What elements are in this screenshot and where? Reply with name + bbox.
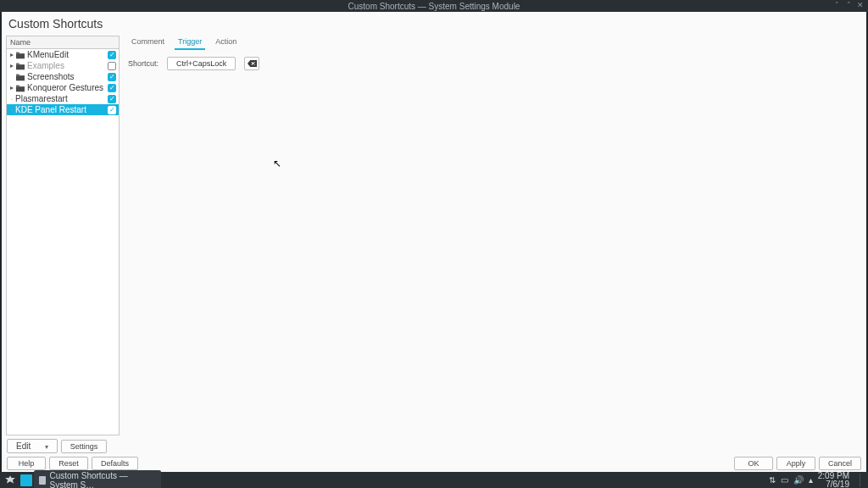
folder-icon <box>15 84 25 92</box>
tree-row-checkbox[interactable] <box>107 94 117 104</box>
minimize-icon[interactable]: ˅ <box>832 1 841 9</box>
reset-button[interactable]: Reset <box>49 457 88 470</box>
tree-row[interactable]: ·Plasmarestart <box>7 93 119 104</box>
tree-row-checkbox[interactable] <box>107 50 117 60</box>
expand-icon[interactable]: ▸ <box>8 51 15 58</box>
shortcut-label: Shortcut: <box>128 59 159 68</box>
clear-shortcut-button[interactable] <box>244 57 259 70</box>
show-desktop-button[interactable] <box>860 474 865 487</box>
folder-icon <box>15 73 25 81</box>
mouse-cursor: ↖ <box>273 158 281 169</box>
edit-button[interactable]: Edit ▾ <box>7 439 58 453</box>
tree-row[interactable]: Screenshots <box>7 71 119 82</box>
tree-row-label: KDE Panel Restart <box>15 105 107 114</box>
chevron-down-icon: ▾ <box>45 443 48 451</box>
task-app-icon <box>39 476 46 485</box>
folder-icon <box>15 51 25 59</box>
clock[interactable]: 2:09 PM 7/6/19 <box>818 472 851 489</box>
tab-action[interactable]: Action <box>212 36 240 50</box>
window-title: Custom Shortcuts — System Settings Modul… <box>348 2 520 11</box>
tree-row-label: KMenuEdit <box>27 50 107 59</box>
tree-row-label: Konqueror Gestures <box>27 83 107 92</box>
settings-window: Custom Shortcuts Name ▸KMenuEdit▸Example… <box>2 12 866 472</box>
shortcut-field-row: Shortcut: Ctrl+CapsLock <box>128 57 860 70</box>
tree-row-label: Screenshots <box>27 72 107 81</box>
tabs: CommentTriggerAction <box>128 36 860 50</box>
tree-row-checkbox[interactable] <box>107 105 117 115</box>
shortcut-tree: Name ▸KMenuEdit▸ExamplesScreenshots▸Konq… <box>6 36 120 435</box>
expand-icon[interactable]: ▸ <box>8 84 15 92</box>
tree-row-checkbox[interactable] <box>107 72 117 82</box>
tree-row-checkbox[interactable] <box>107 61 117 71</box>
clock-time: 2:09 PM <box>818 472 849 480</box>
network-icon[interactable]: ⇅ <box>769 475 776 485</box>
taskbar-task[interactable]: Custom Shortcuts — System S… <box>34 470 161 489</box>
defaults-button[interactable]: Defaults <box>92 457 138 470</box>
edit-button-label: Edit <box>16 441 31 451</box>
tree-row[interactable]: ▸KMenuEdit <box>7 49 119 60</box>
close-icon[interactable]: ✕ <box>856 1 865 9</box>
tree-row-checkbox[interactable] <box>107 83 117 93</box>
tree-row-label: Plasmarestart <box>15 94 107 103</box>
expand-icon[interactable]: ▸ <box>8 62 15 69</box>
tab-comment[interactable]: Comment <box>128 36 168 50</box>
settings-button[interactable]: Settings <box>61 440 108 453</box>
tree-row[interactable]: ▸Konqueror Gestures <box>7 82 119 93</box>
detail-panel: CommentTriggerAction Shortcut: Ctrl+Caps… <box>121 34 866 437</box>
cancel-button[interactable]: Cancel <box>819 457 861 470</box>
tab-trigger[interactable]: Trigger <box>175 36 205 50</box>
tree-row-label: Examples <box>27 61 107 70</box>
titlebar: Custom Shortcuts — System Settings Modul… <box>0 0 868 12</box>
clipboard-icon[interactable]: ▭ <box>781 475 788 485</box>
page-title: Custom Shortcuts <box>2 12 866 34</box>
shortcut-display[interactable]: Ctrl+CapsLock <box>167 57 236 70</box>
tray-expand-icon[interactable]: ▴ <box>809 475 813 485</box>
tree-branch-icon: · <box>8 95 15 103</box>
start-menu-button[interactable] <box>3 474 17 487</box>
clock-date: 7/6/19 <box>818 480 849 489</box>
task-label: Custom Shortcuts — System S… <box>49 471 156 489</box>
apply-button[interactable]: Apply <box>776 457 815 470</box>
folder-icon <box>15 62 25 70</box>
taskbar: Custom Shortcuts — System S… ⇅ ▭ 🔊 ▴ 2:0… <box>0 472 868 488</box>
tree-row[interactable]: ▸Examples <box>7 60 119 71</box>
tree-row[interactable]: ·KDE Panel Restart <box>7 104 119 115</box>
tree-header[interactable]: Name <box>7 36 119 49</box>
volume-icon[interactable]: 🔊 <box>793 475 804 485</box>
ok-button[interactable]: OK <box>734 457 773 470</box>
pinned-app-icon[interactable] <box>20 474 32 486</box>
help-button[interactable]: Help <box>7 457 46 470</box>
tree-branch-icon: · <box>8 106 15 114</box>
maximize-icon[interactable]: ˄ <box>844 1 853 9</box>
